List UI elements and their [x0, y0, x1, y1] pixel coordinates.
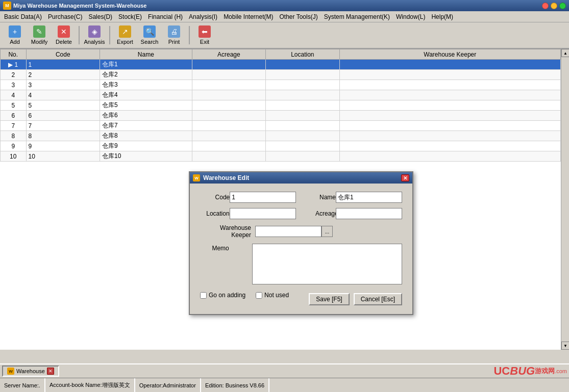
menu-othertools[interactable]: Other Tools(J): [277, 12, 321, 21]
memo-label: Memo: [200, 244, 229, 252]
location-label: Location: [200, 210, 230, 217]
titlebar: M Miya Warehouse Management System-Wareh…: [0, 0, 569, 11]
export-button[interactable]: ↗ Export: [113, 24, 137, 46]
account-status: Account-book Name:增强版英文: [45, 378, 135, 392]
dialog-overlay: W Warehouse Edit ✕ Code Name Location: [0, 49, 569, 350]
server-status: Server Name:.: [0, 378, 45, 392]
taskbar: W Warehouse ✕ UC BUG 游戏网 .com: [0, 363, 569, 378]
menu-sales[interactable]: Sales(D): [85, 12, 115, 21]
keeper-label: Warehouse Keeper: [200, 224, 251, 239]
exit-button[interactable]: ⬅ Exit: [193, 24, 216, 46]
search-button[interactable]: 🔍 Search: [138, 24, 161, 46]
print-icon: 🖨: [168, 25, 180, 38]
modify-button[interactable]: ✎ Modify: [28, 24, 51, 46]
memo-row: Memo: [200, 244, 402, 284]
location-acreage-row: Location Acreage: [200, 208, 402, 219]
code-label: Code: [200, 194, 230, 201]
acreage-label: Acreage: [315, 210, 336, 217]
separator-1: [79, 26, 80, 44]
com-text: .com: [555, 368, 567, 374]
window-title: Miya Warehouse Management System-Warehou…: [13, 3, 542, 9]
name-label: Name: [316, 194, 336, 201]
name-input[interactable]: [336, 192, 402, 203]
save-button[interactable]: Save [F5]: [309, 293, 349, 305]
dialog-icon: W: [193, 174, 200, 181]
not-used-checkbox[interactable]: [256, 292, 262, 299]
keeper-input[interactable]: [255, 226, 321, 237]
menu-window[interactable]: Window(L): [393, 12, 428, 21]
window-controls: [542, 3, 566, 9]
bug-text: BUG: [510, 364, 535, 378]
not-used-label[interactable]: Not used: [256, 292, 289, 299]
analysis-button[interactable]: ◈ Analysis: [83, 24, 106, 46]
search-icon: 🔍: [143, 25, 156, 38]
memo-textarea[interactable]: [252, 244, 402, 284]
checkbox-area: Go on adding Not used: [200, 290, 289, 301]
operator-status: Operator:Administrator: [135, 378, 201, 392]
menu-help[interactable]: Help(M): [428, 12, 456, 21]
close-button[interactable]: [542, 3, 549, 9]
delete-button[interactable]: ✕ Delete: [52, 24, 76, 46]
location-input[interactable]: [230, 208, 296, 219]
separator-2: [109, 26, 110, 44]
dialog-close-button[interactable]: ✕: [401, 174, 409, 181]
dialog-buttons: Save [F5] Cancel [Esc]: [309, 293, 402, 305]
taskbar-label: Warehouse: [16, 368, 45, 374]
go-on-adding-label[interactable]: Go on adding: [200, 292, 245, 299]
ucbug-logo-area: UC BUG 游戏网 .com: [493, 364, 567, 378]
bottom-row: Go on adding Not used Save [F5] Cancel […: [200, 290, 402, 306]
delete-icon: ✕: [58, 25, 70, 38]
taskbar-warehouse-button[interactable]: W Warehouse ✕: [2, 365, 59, 377]
cancel-button[interactable]: Cancel [Esc]: [354, 293, 402, 305]
menu-stock[interactable]: Stock(E): [115, 12, 145, 21]
dialog-body: Code Name Location Acreage Warehouse Kee: [190, 184, 412, 314]
separator-3: [189, 26, 190, 44]
acreage-input[interactable]: [336, 208, 402, 219]
taskbar-warehouse-icon: W: [7, 368, 14, 375]
menu-purchase[interactable]: Purchase(C): [45, 12, 85, 21]
dialog-titlebar: W Warehouse Edit ✕: [190, 172, 412, 184]
modify-icon: ✎: [33, 25, 45, 38]
menu-mobile[interactable]: Mobile Internet(M): [220, 12, 276, 21]
add-button[interactable]: + Add: [3, 24, 27, 46]
export-icon: ↗: [119, 25, 131, 38]
dialog-title: Warehouse Edit: [203, 174, 249, 181]
menu-sysmanage[interactable]: System Management(K): [321, 12, 393, 21]
keeper-browse-button[interactable]: ...: [321, 226, 333, 237]
analysis-icon: ◈: [88, 25, 101, 38]
code-name-row: Code Name: [200, 192, 402, 203]
minimize-button[interactable]: [551, 3, 557, 9]
menu-analysis[interactable]: Analysis(I): [186, 12, 220, 21]
add-icon: +: [9, 25, 21, 38]
maximize-button[interactable]: [559, 3, 566, 9]
print-button[interactable]: 🖨 Print: [162, 24, 186, 46]
toolbar: + Add ✎ Modify ✕ Delete ◈ Analysis ↗ Exp…: [0, 22, 569, 49]
keeper-row: Warehouse Keeper ...: [200, 224, 402, 239]
menu-basicdata[interactable]: Basic Data(A): [1, 12, 45, 21]
menubar: Basic Data(A) Purchase(C) Sales(D) Stock…: [0, 11, 569, 22]
code-input[interactable]: [230, 192, 296, 203]
games-text: 游戏网: [535, 367, 555, 376]
exit-icon: ⬅: [199, 25, 211, 38]
uc-text: UC: [493, 364, 510, 378]
warehouse-edit-dialog: W Warehouse Edit ✕ Code Name Location: [189, 171, 413, 315]
menu-financial[interactable]: Financial (H): [145, 12, 186, 21]
statusbar: Server Name:. Account-book Name:增强版英文 Op…: [0, 378, 569, 392]
app-icon: M: [3, 2, 11, 10]
main-content: No. Code Name Acreage Location Warehouse…: [0, 49, 569, 350]
taskbar-close-button[interactable]: ✕: [47, 368, 54, 375]
go-on-adding-checkbox[interactable]: [200, 292, 207, 299]
edition-status: Edition: Business V8.66: [201, 378, 269, 392]
